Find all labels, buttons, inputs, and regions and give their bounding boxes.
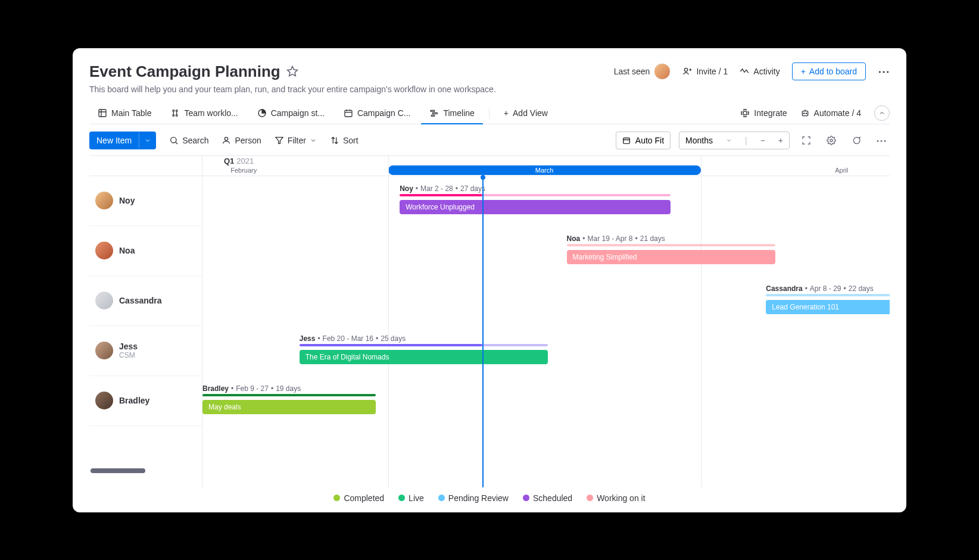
more-menu-icon[interactable]: ⋯	[878, 64, 890, 79]
avatar-icon	[95, 342, 113, 359]
legend-item: Scheduled	[523, 493, 572, 503]
person-name: Jess	[119, 342, 138, 351]
add-view-button[interactable]: + Add View	[495, 102, 556, 124]
sort-button[interactable]: Sort	[330, 136, 358, 145]
progress-bar[interactable]	[400, 194, 482, 196]
svg-rect-12	[345, 110, 352, 117]
tab-main-table[interactable]: Main Table	[89, 102, 160, 124]
person-row[interactable]: Noy	[89, 176, 202, 226]
add-to-board-button[interactable]: + Add to board	[792, 62, 866, 80]
month-label: February	[230, 167, 257, 174]
plus-icon: +	[504, 108, 509, 118]
svg-point-22	[803, 113, 804, 114]
svg-point-1	[685, 68, 688, 71]
board-description: This board will help you and your team p…	[89, 85, 496, 94]
svg-rect-16	[431, 110, 435, 111]
timeline-lane: Cassandra•Apr 8 - 29•22 daysLead Generat…	[202, 276, 890, 326]
auto-fit-button[interactable]: Auto Fit	[616, 132, 671, 149]
progress-bar-remaining[interactable]	[482, 344, 548, 346]
board-header: Event Campaign Planning This board will …	[89, 62, 890, 94]
task-bar[interactable]: Marketing Simplified	[567, 250, 776, 264]
invite-button[interactable]: Invite / 1	[682, 67, 728, 76]
tab-team-workload[interactable]: Team worklo...	[162, 102, 246, 124]
bar-label: Bradley•Feb 9 - 27•19 days	[202, 384, 301, 393]
today-marker	[482, 175, 484, 487]
legend-item: Live	[398, 493, 424, 503]
person-name: Bradley	[119, 396, 149, 405]
chevron-down-icon	[310, 137, 317, 144]
svg-line-25	[176, 142, 177, 143]
svg-rect-18	[432, 115, 435, 116]
bar-label: Noy•Mar 2 - 28•27 days	[400, 184, 485, 193]
star-icon[interactable]	[286, 65, 298, 77]
task-bar[interactable]: The Era of Digital Nomads	[300, 350, 548, 364]
tab-campaign-calendar[interactable]: Campaign C...	[335, 102, 419, 124]
svg-point-8	[176, 114, 178, 116]
automate-button[interactable]: Automate / 4	[800, 108, 861, 118]
avatar-icon	[95, 392, 113, 409]
person-row[interactable]: Cassandra	[89, 276, 202, 326]
chevron-down-icon[interactable]	[139, 133, 156, 148]
bar-label: Jess•Feb 20 - Mar 16•25 days	[300, 334, 406, 343]
timeline-grid[interactable]: Q12021 FebruaryMarchApril Noy•Mar 2 - 28…	[202, 156, 890, 487]
svg-marker-27	[276, 137, 283, 143]
more-icon[interactable]: ⋯	[873, 132, 890, 149]
legend-item: Completed	[333, 493, 384, 503]
settings-icon[interactable]	[823, 132, 840, 149]
task-bar[interactable]: Workforce Unplugged	[400, 200, 671, 214]
task-bar[interactable]: May deals	[202, 400, 376, 414]
zoom-out-icon[interactable]: −	[760, 136, 765, 145]
svg-point-32	[830, 139, 833, 142]
person-filter-button[interactable]: Person	[222, 136, 261, 145]
legend-dot	[398, 495, 405, 501]
fullscreen-icon[interactable]	[798, 132, 815, 149]
timeline-lane: Bradley•Feb 9 - 27•19 daysMay deals	[202, 376, 890, 426]
legend-item: Pending Review	[438, 493, 509, 503]
progress-bar[interactable]	[300, 344, 482, 346]
progress-bar-remaining[interactable]	[567, 244, 776, 246]
collapse-icon[interactable]	[874, 105, 890, 121]
integrate-button[interactable]: Integrate	[740, 108, 787, 118]
legend-dot	[438, 495, 445, 501]
person-name: Noy	[119, 196, 135, 205]
svg-point-5	[173, 110, 174, 111]
filter-button[interactable]: Filter	[275, 136, 317, 145]
svg-point-26	[225, 137, 228, 140]
progress-bar-remaining[interactable]	[482, 194, 671, 196]
person-name: Noa	[119, 246, 135, 255]
view-tabs: Main Table Team worklo... Campaign st...…	[89, 102, 890, 124]
legend-dot	[523, 495, 529, 501]
svg-rect-19	[744, 111, 747, 114]
plus-icon: +	[801, 67, 806, 76]
avatar-icon	[95, 192, 113, 209]
svg-point-23	[806, 113, 806, 114]
bar-label: Noa•Mar 19 - Apr 8•21 days	[567, 234, 665, 243]
horizontal-scrollbar[interactable]	[91, 468, 145, 473]
new-item-button[interactable]: New Item	[89, 132, 156, 149]
last-seen[interactable]: Last seen	[614, 63, 671, 80]
person-row[interactable]: Noa	[89, 226, 202, 276]
timeline-toolbar: New Item Search Person Filter Sort	[89, 124, 890, 155]
svg-point-24	[171, 137, 176, 142]
progress-bar[interactable]	[202, 394, 376, 396]
zoom-in-icon[interactable]: +	[778, 136, 783, 145]
chat-icon[interactable]	[848, 132, 865, 149]
task-bar[interactable]: Lead Generation 101	[766, 300, 890, 314]
avatar-icon	[654, 63, 671, 80]
timeline-lane: Jess•Feb 20 - Mar 16•25 daysThe Era of D…	[202, 326, 890, 376]
timeline-lane: Noa•Mar 19 - Apr 8•21 daysMarketing Simp…	[202, 226, 890, 276]
tab-timeline[interactable]: Timeline	[421, 102, 482, 124]
scale-selector[interactable]: Months | − +	[679, 132, 790, 149]
activity-button[interactable]: Activity	[740, 67, 780, 76]
avatar-icon	[95, 292, 113, 309]
chevron-down-icon	[726, 137, 732, 143]
search-button[interactable]: Search	[169, 136, 208, 145]
person-row[interactable]: Bradley	[89, 376, 202, 426]
svg-point-6	[176, 110, 178, 111]
tab-campaign-status[interactable]: Campaign st...	[249, 102, 333, 124]
progress-bar-remaining[interactable]	[766, 294, 890, 296]
person-row[interactable]: Jess CSM	[89, 326, 202, 376]
quarter-label: Q12021	[202, 156, 890, 167]
month-active[interactable]: March	[388, 165, 701, 175]
svg-marker-0	[287, 67, 297, 76]
